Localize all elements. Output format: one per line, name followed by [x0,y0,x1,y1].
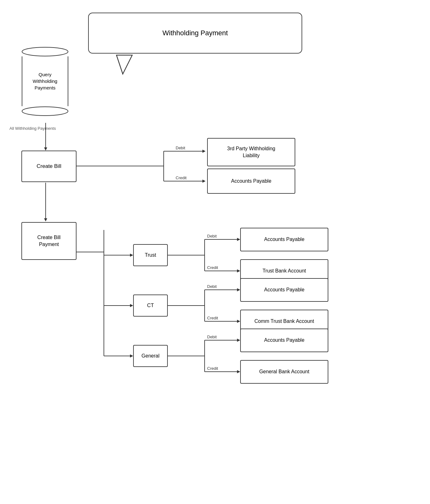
svg-marker-18 [130,354,133,358]
box-ct: CT [133,295,168,317]
svg-marker-30 [237,320,240,323]
label-credit-4: Credit [207,366,218,371]
label-debit-3: Debit [207,284,217,289]
label-credit-2: Credit [207,265,218,270]
svg-marker-0 [116,55,132,74]
svg-marker-24 [237,269,240,272]
box-accounts-payable-4: Accounts Payable [240,329,328,352]
label-debit-4: Debit [207,335,217,339]
label-all-withholding-payments: All Withholding Payments [9,126,56,131]
box-create-bill: Create Bill [21,151,76,182]
label-credit-3: Credit [207,316,218,320]
label-debit-1: Debit [176,146,185,150]
diagram-container: Withholding Payment Query Withholding Pa… [0,0,430,504]
cylinder-top [21,47,69,56]
box-general: General [133,345,168,367]
svg-marker-10 [202,180,206,183]
box-3rd-party-liability: 3rd Party Withholding Liability [207,138,295,166]
svg-point-37 [22,47,68,56]
box-accounts-payable-3: Accounts Payable [240,278,328,302]
svg-marker-16 [130,304,133,307]
label-credit-1: Credit [176,175,187,180]
svg-marker-2 [44,147,47,151]
callout-label: Withholding Payment [162,29,228,37]
box-create-bill-payment: Create Bill Payment [21,222,76,260]
svg-marker-22 [237,238,240,241]
svg-marker-34 [237,339,240,342]
cylinder-label: Query Withholding Payments [33,71,57,91]
label-debit-2: Debit [207,234,217,238]
svg-marker-8 [202,150,206,153]
box-general-bank-account: General Bank Account [240,360,328,384]
cylinder-bottom [21,106,69,116]
svg-marker-28 [237,288,240,291]
callout-withholding-payment: Withholding Payment [88,13,302,54]
cylinder-body: Query Withholding Payments [22,56,68,106]
box-accounts-payable-2: Accounts Payable [240,228,328,251]
cylinder-query: Query Withholding Payments [21,47,69,116]
svg-marker-36 [237,370,240,373]
svg-marker-4 [44,218,47,221]
svg-marker-14 [130,254,133,257]
svg-point-38 [22,107,68,116]
box-trust: Trust [133,244,168,266]
box-accounts-payable-1: Accounts Payable [207,169,295,194]
